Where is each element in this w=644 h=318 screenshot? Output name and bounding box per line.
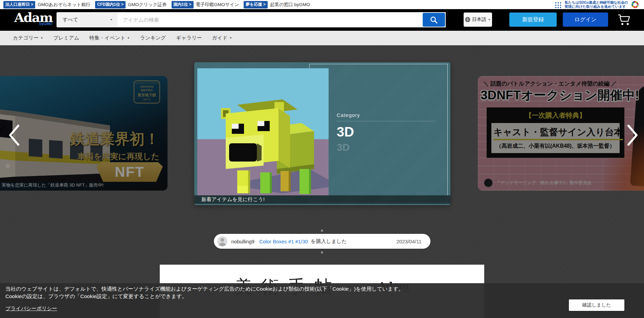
topbar-badge: 夢を応援 > [244,1,268,8]
main-nav: カテゴリー▼ プレミアム 特集・イベント▼ ランキング ギャラリー ガイド▼ [0,31,644,45]
nav-item-premium[interactable]: プレミアム [53,35,79,41]
activity-username: nobulling9 [231,239,254,244]
topbar-link-kigyo[interactable]: 夢を応援 > 起業の窓口 byGMO [244,1,310,8]
activity-date: 2023/04/11 [397,239,422,244]
search-category-value: すべて [63,17,110,23]
globe-icon [465,17,470,22]
cookie-text-line2: Cookieの設定は、ブラウザの「Cookie設定」にて変更することができます。 [5,293,639,300]
cookie-confirm-button[interactable]: 確認しました [569,299,624,311]
login-button[interactable]: ログイン [563,13,608,27]
nav-item-ranking[interactable]: ランキング [140,35,166,41]
nav-item-guide[interactable]: ガイド▼ [212,35,232,41]
feed-down-button[interactable]: ▼ [0,250,644,255]
chevron-down-icon: ▼ [40,36,43,40]
topbar-link-sign[interactable]: 国内1位 > 電子印鑑GMOサイン [172,1,239,8]
chevron-down-icon: ▼ [127,36,130,40]
sdgs-wheel-icon [631,1,639,8]
chevron-left-icon [8,124,20,146]
privacy-policy-link[interactable]: プライバシーポリシー [5,305,57,312]
nav-item-features[interactable]: 特集・イベント▼ [89,35,130,41]
topbar-badge: CFD国内1位 > [95,1,126,8]
app-grid-icon[interactable] [554,1,561,8]
search-category-select[interactable]: すべて ▼ [57,12,117,27]
sdgs-message: 私たちはSDGs達成と持続可能な社会の 実現に向けた取り組みを進めています [564,1,628,8]
carousel-prev-button[interactable] [8,124,20,147]
carousel-slide-train-nft[interactable]: 営団成増 195 CRYPTO METRO 東京地下鉄 (NFT) 鉄道業界初！… [0,76,168,191]
activity-item: nobulling9 Color Boxes #1 #1/30 を購入しました … [214,234,430,249]
cookie-text-line1: 当社のウェブサイトは、デフォルトで、快適性とパーソナライズ機能およびターゲティン… [5,285,639,293]
feed-up-button[interactable]: ▲ [0,228,644,233]
topbar-badge: 国内1位 > [172,1,194,8]
search-button[interactable] [423,13,445,27]
cart-icon [617,14,631,26]
topbar-link-bank[interactable]: 法人口座即日 > GMOあおぞらネット銀行 [3,1,90,8]
search-input[interactable] [117,12,446,27]
sdgs-area: 私たちはSDGs達成と持続可能な社会の 実現に向けた取り組みを進めています [554,1,641,8]
chevron-down-icon: ▼ [110,18,113,21]
activity-action-text: を購入しました [311,238,347,245]
topbar-label: 起業の窓口 byGMO [270,2,310,8]
signup-button[interactable]: 新規登録 [509,13,557,27]
chevron-right-icon [626,124,639,146]
banner-dim-overlay [478,76,644,191]
activity-feed: ▲ nobulling9 Color Boxes #1 #1/30 を購入しまし… [0,223,644,264]
nav-item-category[interactable]: カテゴリー▼ [13,35,43,41]
chevron-down-icon: ▼ [488,18,491,21]
cookie-consent-banner: 当社のウェブサイトは、デフォルトで、快適性とパーソナライズ機能およびターゲティン… [0,283,644,318]
hero-carousel: 営団成増 195 CRYPTO METRO 東京地下鉄 (NFT) 鉄道業界初！… [0,45,644,223]
avatar [217,236,227,246]
dotted-divider [337,121,435,121]
topbar-badge: 法人口座即日 > [3,1,35,8]
search-bar: すべて ▼ [57,12,446,27]
adam-logo[interactable]: Adam byGMO [14,11,52,26]
chevron-down-icon: ▼ [229,36,232,40]
person-icon [217,236,227,246]
category-panel: Category 3D 3D [337,112,438,153]
carousel-slide-3dnft-auction[interactable]: ＼ 話題のバトルアクション・エンタメ待望の続編 ／ 3DNFTオークション開催中… [478,76,644,191]
topbar-label: 電子印鑑GMOサイン [196,2,239,8]
banner-dim-overlay [0,76,168,191]
category-value-ghost: 3D [337,142,438,153]
language-value: 日本語 [472,17,486,23]
category-label: Category [337,112,438,118]
cart-button[interactable] [617,14,631,27]
voxel-lion-image [197,68,329,196]
language-selector[interactable]: 日本語 ▼ [464,13,492,27]
slide-caption-bar: 新着アイテムを見に行こう! [194,195,450,204]
topbar-label: GMOクリック証券 [128,2,167,8]
topbar-label: GMOあおぞらネット銀行 [38,2,90,8]
category-value: 3D [337,125,438,139]
activity-item-link[interactable]: Color Boxes #1 #1/30 [259,239,308,244]
gmo-service-topbar: 法人口座即日 > GMOあおぞらネット銀行 CFD国内1位 > GMOクリック証… [0,0,644,9]
nav-item-gallery[interactable]: ギャラリー [176,35,202,41]
site-header: Adam byGMO すべて ▼ 日本語 ▼ 新規登録 ログイン [0,9,644,31]
gmo-service-links: 法人口座即日 > GMOあおぞらネット銀行 CFD国内1位 > GMOクリック証… [3,1,310,8]
search-icon [430,16,438,24]
carousel-slide-category-3d[interactable]: Category 3D 3D 新着アイテムを見に行こう! [194,62,450,205]
carousel-next-button[interactable] [626,124,639,147]
topbar-link-securities[interactable]: CFD国内1位 > GMOクリック証券 [95,1,166,8]
